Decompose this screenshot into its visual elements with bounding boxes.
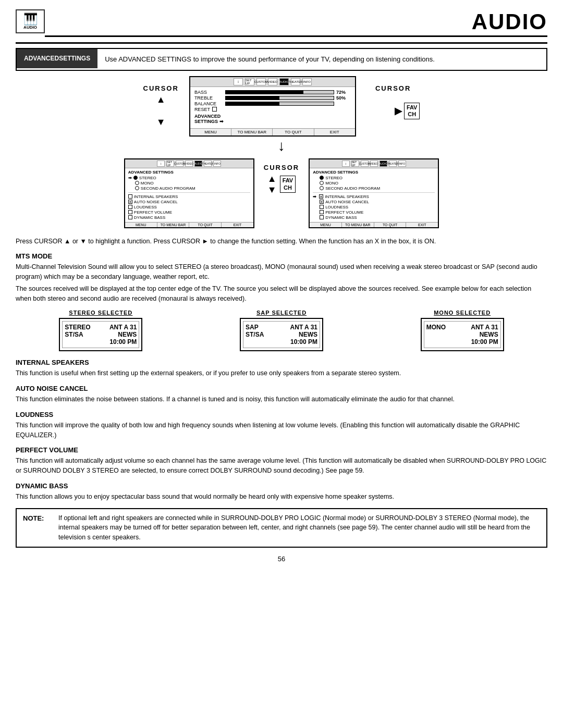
internal-speakers-heading: INTERNAL SPEAKERS <box>16 359 547 366</box>
left-perfect-row: PERFECT VOLUME <box>128 210 250 215</box>
mono-row3: 10:00 PM <box>426 338 498 346</box>
left-loudness-check <box>128 205 132 209</box>
treble-value: 50% <box>336 95 351 101</box>
bass-value: 72% <box>336 90 351 95</box>
right-stereo-label: STEREO <box>325 176 342 180</box>
r-icon-theater: THEATER <box>389 161 397 167</box>
footer-to-quit: TO QUIT <box>273 129 314 135</box>
sap-selected-example: SAP SELECTED SAP ANT A 31 ST/SA NEWS 10:… <box>197 310 367 351</box>
r-icon-nav: ↕ <box>342 161 350 167</box>
right-dynamic-row: DYNAMIC BASS <box>313 215 435 220</box>
menu-icon-custom: CUSTOM <box>256 78 266 85</box>
right-screen-menubar: ↕ SET UP CUSTOM VIDEO AUDIO THEATER INFO <box>310 159 438 168</box>
settings-label: SETTINGS <box>194 119 218 124</box>
mid-up-arrow: ▲ <box>267 174 277 184</box>
loudness-body: This function will improve the quality o… <box>16 421 547 440</box>
menu-icon-info: INFO <box>302 78 312 85</box>
right-auto-row: ✕ AUTO NOISE CANCEL <box>313 200 435 204</box>
left-mono-row: MONO <box>128 181 250 186</box>
left-screen-content: ADVANCED SETTINGS ➡ STEREO MONO <box>125 168 253 222</box>
left-adv-title: ADVANCED SETTINGS <box>128 170 250 175</box>
left-mono-radio <box>135 181 139 185</box>
left-sap-label: SECOND AUDIO PROGRAM <box>141 186 195 191</box>
right-cursor-diagram-top: CURSOR ▶ FAV CH <box>366 84 420 128</box>
r-footer-toquit: TO QUIT <box>374 223 407 227</box>
right-cursor-label: CURSOR <box>375 84 411 92</box>
right-mono-label: MONO <box>325 181 338 186</box>
footer-exit: EXIT <box>314 129 355 135</box>
top-tv-menu-bar: ↕ SET UP CUSTOM VIDEO AUDIO THEATER INFO <box>190 77 355 87</box>
note-box: NOTE: If optional left and right speaker… <box>16 508 547 548</box>
fav-ch-label: FAV CH <box>404 103 420 119</box>
loudness-heading: LOUDNESS <box>16 411 547 418</box>
cursor-up-arrow: ▲ <box>156 94 166 105</box>
right-mono-row: MONO <box>313 181 435 186</box>
balance-label: BALANCE <box>194 101 223 106</box>
left-dynamic-row: DYNAMIC BASS <box>128 215 250 220</box>
intro-text: Use ADVANCED SETTINGS to improve the sou… <box>97 49 442 70</box>
right-perfect-label: PERFECT VOLUME <box>325 210 363 215</box>
right-sap-row: SECOND AUDIO PROGRAM <box>313 186 435 191</box>
mono-col2-r1: ANT A 31 <box>471 324 498 331</box>
left-cursor-diagram: CURSOR ▲ ▼ <box>143 84 179 128</box>
right-mono-radio <box>320 181 324 185</box>
reset-row: RESET <box>194 107 351 112</box>
top-tv-footer: MENU TO MENU BAR TO QUIT EXIT <box>190 128 355 135</box>
l-icon-setup: SET UP <box>166 161 174 167</box>
mid-cursor-cross: ▲ ▼ <box>267 174 277 195</box>
right-internal-label: INTERNAL SPEAKERS <box>325 194 369 199</box>
right-adv-title: ADVANCED SETTINGS <box>313 170 435 175</box>
left-selected-arrow: ➡ <box>128 176 132 180</box>
menu-icon-setup: SET UP <box>245 78 254 85</box>
sap-selected-label: SAP SELECTED <box>256 310 307 316</box>
mono-box-inner: MONO ANT A 31 NEWS 10:00 PM <box>424 321 501 348</box>
cursor-right-arrow: ▶ <box>395 105 402 117</box>
settings-arrow-row: SETTINGS ➡ <box>194 119 351 124</box>
mono-time: 10:00 PM <box>471 338 498 346</box>
middle-cursor-row: ▲ ▼ FAV CH <box>267 174 296 195</box>
stereo-box-inner: STEREO ANT A 31 ST/SA NEWS 10:00 PM <box>62 321 139 348</box>
right-cursor-row: ▶ FAV CH <box>366 94 420 128</box>
r-icon-setup: SET UP <box>351 161 359 167</box>
r-footer-menu: MENU <box>310 223 342 227</box>
right-auto-label: AUTO NOISE CANCEL <box>325 200 369 204</box>
left-dynamic-label: DYNAMIC BASS <box>134 215 165 220</box>
sap-box: SAP ANT A 31 ST/SA NEWS 10:00 PM <box>240 318 323 351</box>
menu-icon-nav: ↕ <box>234 78 243 85</box>
treble-fill <box>226 96 280 100</box>
left-loudness-row: LOUDNESS <box>128 205 250 209</box>
internal-speakers-section: INTERNAL SPEAKERS This function is usefu… <box>16 359 547 378</box>
page-title: AUDIO <box>45 9 547 37</box>
right-perfect-check <box>320 210 324 214</box>
auto-noise-cancel-section: AUTO NOISE CANCEL This function eliminat… <box>16 385 547 404</box>
mono-row1: MONO ANT A 31 <box>426 324 498 331</box>
balance-fill <box>226 102 280 105</box>
l-icon-theater: THEATER <box>204 161 212 167</box>
sap-row3: 10:00 PM <box>246 338 317 346</box>
left-divider <box>128 192 250 193</box>
left-screen-wrapper: ↕ SET UP CUSTOM VIDEO AUDIO THEATER INFO… <box>124 158 254 228</box>
middle-cursor-label: CURSOR <box>264 164 299 171</box>
right-screen-wrapper: ↕ SET UP CUSTOM VIDEO AUDIO THEATER INFO… <box>309 158 439 228</box>
cursor-cross-right: ▶ <box>366 94 400 128</box>
top-diagram-row: CURSOR ▲ ▼ ↕ SET UP CUSTOM VIDEO AUDIO T… <box>143 76 420 137</box>
right-internal-row: ➡ ✕ INTERNAL SPEAKERS <box>313 194 435 199</box>
page-number: 56 <box>16 555 547 563</box>
auto-noise-cancel-body: This function eliminates the noise betwe… <box>16 394 547 404</box>
left-perfect-check <box>128 210 132 214</box>
advanced-label: ADVANCED <box>194 114 351 119</box>
left-stereo-label: STEREO <box>139 176 156 180</box>
l-icon-nav: ↕ <box>157 161 165 167</box>
middle-cursor-wrapper: CURSOR ▲ ▼ FAV CH <box>264 158 299 195</box>
l-footer-exit: EXIT <box>222 223 253 227</box>
mts-para-2: The sources received will be displayed a… <box>16 284 547 304</box>
mono-col1-r1: MONO <box>426 324 446 331</box>
bass-fill <box>226 91 303 94</box>
footer-to-menu-bar: TO MENU BAR <box>231 129 273 135</box>
arrow-down-big: ↓ <box>278 139 285 153</box>
loudness-section: LOUDNESS This function will improve the … <box>16 411 547 440</box>
top-cursor-label: CURSOR <box>143 84 179 92</box>
intro-section: ADVANCED SETTINGS Use ADVANCED SETTINGS … <box>16 48 547 71</box>
sap-col1-r2: ST/SA <box>246 331 264 338</box>
menu-icon-audio: AUDIO <box>279 78 289 85</box>
